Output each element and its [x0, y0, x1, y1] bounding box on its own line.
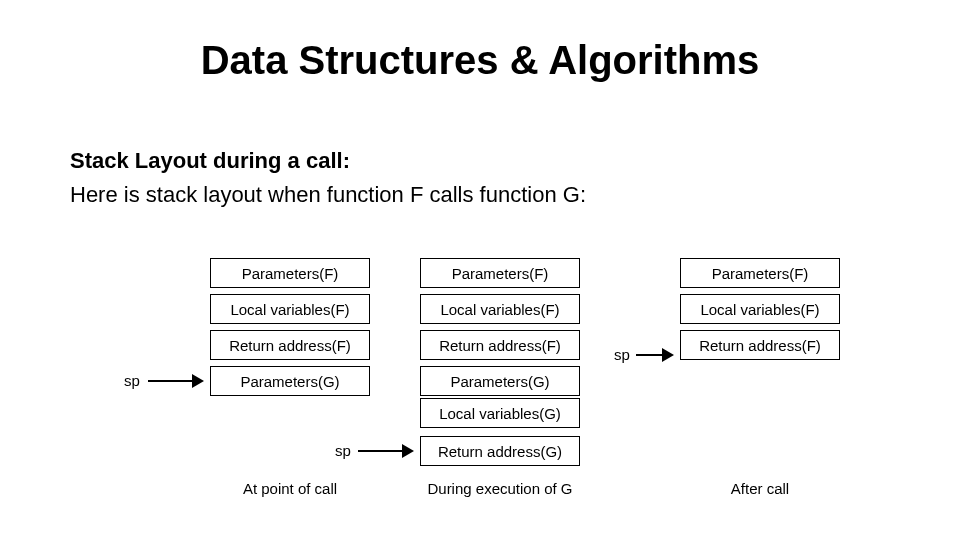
- sp-label-col3: sp: [614, 346, 630, 363]
- slide-subtitle: Stack Layout during a call:: [70, 148, 350, 174]
- col1-params-f: Parameters(F): [210, 258, 370, 288]
- col1-ret-f: Return address(F): [210, 330, 370, 360]
- arrow-sp-col2: [358, 443, 414, 444]
- caption-col3: After call: [670, 480, 850, 497]
- col2-locals-f: Local variables(F): [420, 294, 580, 324]
- col1-params-g: Parameters(G): [210, 366, 370, 396]
- slide-description: Here is stack layout when function F cal…: [70, 182, 586, 208]
- col2-params-f: Parameters(F): [420, 258, 580, 288]
- col2-ret-g: Return address(G): [420, 436, 580, 466]
- col3-params-f: Parameters(F): [680, 258, 840, 288]
- slide-title: Data Structures & Algorithms: [0, 38, 960, 83]
- col1-locals-f: Local variables(F): [210, 294, 370, 324]
- col3-ret-f: Return address(F): [680, 330, 840, 360]
- sp-label-col2: sp: [335, 442, 351, 459]
- caption-col1: At point of call: [200, 480, 380, 497]
- col2-ret-f: Return address(F): [420, 330, 580, 360]
- caption-col2: During execution of G: [410, 480, 590, 497]
- arrow-sp-col1: [148, 373, 204, 374]
- slide: Data Structures & Algorithms Stack Layou…: [0, 0, 960, 540]
- col2-params-g: Parameters(G): [420, 366, 580, 396]
- col3-locals-f: Local variables(F): [680, 294, 840, 324]
- col2-locals-g: Local variables(G): [420, 398, 580, 428]
- arrow-sp-col3: [636, 347, 674, 348]
- sp-label-col1: sp: [124, 372, 140, 389]
